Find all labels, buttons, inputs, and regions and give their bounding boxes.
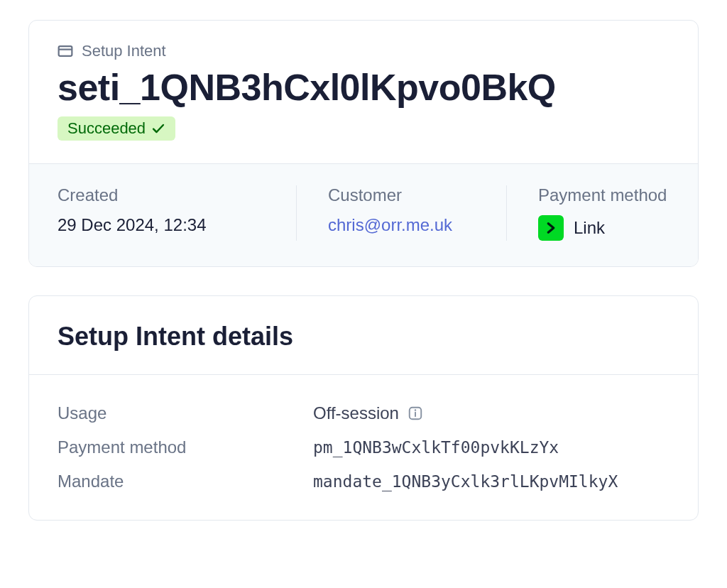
created-value: 29 Dec 2024, 12:34 bbox=[58, 215, 265, 235]
setup-intent-details-card: Setup Intent details Usage Off-session bbox=[28, 295, 699, 521]
detail-row-payment-method: Payment method pm_1QNB3wCxlkTf00pvkKLzYx bbox=[58, 430, 669, 464]
status-badge: Succeeded bbox=[58, 116, 175, 141]
usage-label: Usage bbox=[58, 403, 313, 423]
details-title: Setup Intent details bbox=[58, 322, 669, 352]
detail-row-mandate: Mandate mandate_1QNB3yCxlk3rlLKpvMIlkyX bbox=[58, 464, 669, 499]
customer-link[interactable]: chris@orr.me.uk bbox=[328, 215, 475, 235]
customer-label: Customer bbox=[328, 185, 475, 205]
pm-label: Payment method bbox=[58, 437, 313, 457]
created-label: Created bbox=[58, 185, 265, 205]
usage-value: Off-session bbox=[313, 403, 423, 423]
card-icon bbox=[58, 43, 73, 59]
info-icon[interactable] bbox=[408, 405, 423, 421]
usage-text: Off-session bbox=[313, 403, 399, 423]
svg-point-4 bbox=[415, 410, 416, 411]
status-label: Succeeded bbox=[67, 119, 146, 138]
mandate-value: mandate_1QNB3yCxlk3rlLKpvMIlkyX bbox=[313, 472, 618, 491]
object-type: Setup Intent bbox=[58, 42, 669, 60]
svg-rect-0 bbox=[59, 46, 72, 56]
setup-intent-summary-card: Setup Intent seti_1QNB3hCxl0lKpvo0BkQ Su… bbox=[28, 20, 699, 267]
setup-intent-id: seti_1QNB3hCxl0lKpvo0BkQ bbox=[58, 67, 669, 108]
page: Setup Intent seti_1QNB3hCxl0lKpvo0BkQ Su… bbox=[0, 0, 727, 569]
summary-payment-method: Payment method Link bbox=[506, 185, 698, 241]
object-type-label: Setup Intent bbox=[82, 42, 166, 60]
summary-customer: Customer chris@orr.me.uk bbox=[296, 185, 506, 241]
card-header: Setup Intent seti_1QNB3hCxl0lKpvo0BkQ Su… bbox=[29, 21, 698, 163]
details-header: Setup Intent details bbox=[29, 296, 698, 375]
summary-row: Created 29 Dec 2024, 12:34 Customer chri… bbox=[29, 163, 698, 266]
payment-method-value: Link bbox=[538, 215, 667, 241]
payment-method-label: Payment method bbox=[538, 185, 667, 205]
mandate-label: Mandate bbox=[58, 472, 313, 491]
summary-created: Created 29 Dec 2024, 12:34 bbox=[58, 185, 296, 241]
pm-value: pm_1QNB3wCxlkTf00pvkKLzYx bbox=[313, 438, 559, 457]
check-icon bbox=[151, 121, 165, 136]
payment-method-name: Link bbox=[574, 218, 605, 238]
detail-row-usage: Usage Off-session bbox=[58, 396, 669, 430]
details-body: Usage Off-session Payment method pm_1QNB… bbox=[29, 375, 698, 520]
link-brand-icon bbox=[538, 215, 564, 241]
